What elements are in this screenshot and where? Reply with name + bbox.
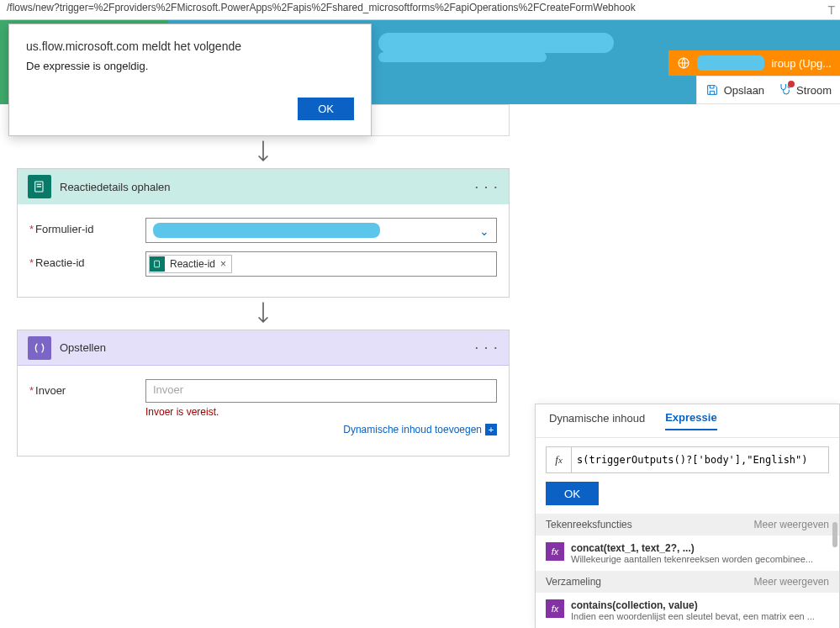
save-icon xyxy=(705,83,719,97)
response-id-label: *Reactie-id xyxy=(29,251,139,269)
org-name-suffix: iroup (Upg... xyxy=(771,57,832,70)
forms-card: Reactiedetails ophalen · · · *Formulier-… xyxy=(17,168,510,298)
compose-icon xyxy=(28,336,51,360)
form-id-label: *Formulier-id xyxy=(29,218,139,235)
invoer-label: *Invoer xyxy=(29,379,139,397)
tab-expression[interactable]: Expressie xyxy=(665,411,716,430)
dialog-message: De expressie is ongeldig. xyxy=(26,60,354,72)
category-collection[interactable]: Verzameling Meer weergeven xyxy=(536,571,839,593)
function-signature: contains(collection, value) xyxy=(571,599,815,611)
remove-token-button[interactable]: × xyxy=(220,258,226,270)
svg-point-1 xyxy=(788,86,790,88)
category-string-functions[interactable]: Tekenreeksfuncties Meer weergeven xyxy=(536,514,839,536)
redaction xyxy=(697,55,764,71)
save-label: Opslaan xyxy=(724,84,764,97)
card-menu-button[interactable]: · · · xyxy=(475,341,499,354)
save-button[interactable]: Opslaan xyxy=(705,83,764,97)
stethoscope-icon xyxy=(778,82,791,96)
tab-indicator: T xyxy=(827,3,835,17)
forms-card-title: Reactiedetails ophalen xyxy=(60,181,475,193)
add-dynamic-content-link[interactable]: Dynamische inhoud toevoegen+ xyxy=(343,424,497,435)
svg-rect-4 xyxy=(37,186,41,187)
invoer-input[interactable]: Invoer xyxy=(145,379,497,403)
expression-panel: Dynamische inhoud Expressie fx OK Tekenr… xyxy=(535,404,840,628)
connector-arrow xyxy=(17,136,510,168)
flow-checker-label: Stroom xyxy=(796,84,832,97)
form-id-dropdown[interactable]: ⌄ xyxy=(145,218,497,243)
compose-card: Opstellen · · · *Invoer Invoer Invoer is… xyxy=(17,330,510,456)
show-more-link[interactable]: Meer weergeven xyxy=(754,576,829,588)
function-signature: concat(text_1, text_2?, ...) xyxy=(571,542,813,554)
show-more-link[interactable]: Meer weergeven xyxy=(754,519,829,530)
response-id-token[interactable]: Reactie-id × xyxy=(149,255,232,273)
token-label: Reactie-id xyxy=(170,258,215,270)
alert-dialog: us.flow.microsoft.com meldt het volgende… xyxy=(8,24,372,136)
svg-rect-3 xyxy=(37,184,41,185)
expression-input-row: fx xyxy=(546,446,829,473)
dialog-ok-button[interactable]: OK xyxy=(298,98,354,120)
function-contains[interactable]: fx contains(collection, value) Indien ee… xyxy=(536,593,839,628)
scrollbar-thumb[interactable] xyxy=(832,522,837,547)
flow-toolbar: Opslaan Stroom xyxy=(696,76,840,104)
expression-input[interactable] xyxy=(572,447,828,472)
fx-icon: fx xyxy=(547,447,572,472)
compose-card-header[interactable]: Opstellen · · · xyxy=(18,330,509,366)
connector-arrow xyxy=(17,298,510,330)
expression-ok-button[interactable]: OK xyxy=(546,482,599,505)
globe-icon xyxy=(677,56,690,70)
function-concat[interactable]: fx concat(text_1, text_2?, ...) Willekeu… xyxy=(536,536,839,571)
function-description: Willekeurige aantallen tekenreeksen word… xyxy=(571,554,813,564)
chevron-down-icon: ⌄ xyxy=(479,224,489,238)
forms-card-header[interactable]: Reactiedetails ophalen · · · xyxy=(18,169,509,204)
category-label: Tekenreeksfuncties xyxy=(546,519,632,530)
compose-card-title: Opstellen xyxy=(60,341,475,354)
plus-icon: + xyxy=(485,424,497,435)
forms-icon xyxy=(28,175,51,198)
tab-dynamic-content[interactable]: Dynamische inhoud xyxy=(549,412,645,430)
forms-icon xyxy=(150,256,165,272)
invoer-error: Invoer is vereist. xyxy=(145,406,497,418)
response-id-field[interactable]: Reactie-id × xyxy=(145,251,497,277)
browser-url-bar[interactable]: /flows/new?trigger=%2Fproviders%2FMicros… xyxy=(0,0,840,20)
dialog-host: us.flow.microsoft.com meldt het volgende xyxy=(26,40,354,53)
fx-icon: fx xyxy=(546,599,564,618)
redaction xyxy=(378,33,614,53)
redaction xyxy=(153,223,380,238)
org-badge[interactable]: iroup (Upg... xyxy=(668,50,840,76)
function-description: Indien een woordenlijst een sleutel beva… xyxy=(571,611,815,621)
redaction xyxy=(378,52,547,62)
fx-icon: fx xyxy=(546,542,564,561)
svg-rect-5 xyxy=(155,261,160,267)
category-label: Verzameling xyxy=(546,576,601,588)
card-menu-button[interactable]: · · · xyxy=(475,181,499,193)
flow-checker-button[interactable]: Stroom xyxy=(778,82,832,98)
